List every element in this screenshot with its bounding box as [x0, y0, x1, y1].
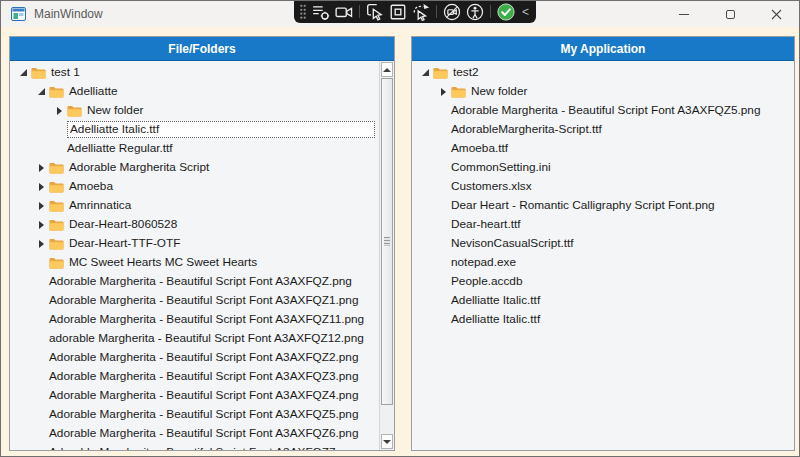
expander[interactable] — [33, 367, 49, 386]
expander[interactable] — [33, 405, 49, 424]
tree-item-label: MC Sweet Hearts MC Sweet Hearts — [69, 254, 257, 271]
minimize-button[interactable] — [661, 1, 707, 27]
tree-item[interactable]: Adelliatte Italic.ttf — [413, 291, 794, 310]
expander[interactable] — [417, 63, 433, 82]
expander[interactable] — [435, 272, 451, 291]
scrollbar-thumb[interactable] — [381, 78, 393, 405]
tree-item[interactable]: Adelliatte Italic.ttf — [11, 120, 378, 139]
expander[interactable] — [435, 291, 451, 310]
tree-item[interactable]: test 1 — [11, 63, 378, 82]
tree-item[interactable]: Adelliatte — [11, 82, 378, 101]
toolbar-collapse-chevron[interactable]: < — [520, 6, 529, 18]
folder-icon — [49, 162, 64, 174]
tree-item[interactable]: Dear-heart.ttf — [413, 215, 794, 234]
expander[interactable] — [435, 310, 451, 329]
tree-item[interactable]: Amoeba.ttf — [413, 139, 794, 158]
tree-item[interactable]: Adorable Margherita - Beautiful Script F… — [11, 272, 378, 291]
expander[interactable] — [33, 443, 49, 450]
expander[interactable] — [435, 139, 451, 158]
confirm-icon[interactable] — [497, 3, 515, 21]
tree-item[interactable]: Dear-Heart-8060528 — [11, 215, 378, 234]
expander-icon — [39, 164, 44, 172]
expander[interactable] — [435, 196, 451, 215]
pointer-icon[interactable] — [366, 3, 384, 21]
scroll-up-button[interactable] — [381, 62, 393, 77]
expander[interactable] — [33, 348, 49, 367]
expander[interactable] — [33, 253, 49, 272]
action-list-icon[interactable] — [312, 3, 330, 21]
expander[interactable] — [435, 101, 451, 120]
tree-item[interactable]: New folder — [11, 101, 378, 120]
indent — [11, 243, 33, 244]
tree-item[interactable]: Adelliatte Italic.ttf — [413, 310, 794, 329]
expander[interactable] — [51, 101, 67, 120]
tree-item-label: Dear-Heart-TTF-OTF — [69, 235, 180, 252]
expander[interactable] — [51, 139, 67, 158]
folder-icon — [49, 86, 64, 98]
expander[interactable] — [435, 253, 451, 272]
indent — [413, 243, 435, 244]
expander[interactable] — [435, 82, 451, 101]
tree-item[interactable]: NevisonCasualScript.ttf — [413, 234, 794, 253]
expander[interactable] — [15, 63, 31, 82]
expander[interactable] — [33, 234, 49, 253]
folder-icon — [49, 257, 64, 269]
expander[interactable] — [33, 310, 49, 329]
tree-item[interactable]: MC Sweet Hearts MC Sweet Hearts — [11, 253, 378, 272]
tree-item[interactable]: Adorable Margherita - Beautiful Script F… — [11, 443, 378, 450]
expander[interactable] — [435, 234, 451, 253]
expander[interactable] — [435, 177, 451, 196]
tree-item[interactable]: Amoeba — [11, 177, 378, 196]
expander[interactable] — [435, 120, 451, 139]
tree-item[interactable]: notepad.exe — [413, 253, 794, 272]
expander[interactable] — [51, 120, 67, 139]
tree-item[interactable]: Customers.xlsx — [413, 177, 794, 196]
expander[interactable] — [33, 329, 49, 348]
tree-item[interactable]: Adorable Margherita - Beautiful Script F… — [11, 424, 378, 443]
drag-handle-icon[interactable] — [299, 3, 307, 21]
scrollbar-track[interactable] — [381, 78, 393, 433]
expander[interactable] — [33, 424, 49, 443]
tree-item[interactable]: Amrinnatica — [11, 196, 378, 215]
tree-item[interactable]: Adorable Margherita - Beautiful Script F… — [11, 405, 378, 424]
expander[interactable] — [33, 177, 49, 196]
tree-item[interactable]: Adorable Margherita - Beautiful Script F… — [11, 291, 378, 310]
tree-item[interactable]: Adorable Margherita - Beautiful Script F… — [11, 386, 378, 405]
tree-item[interactable]: New folder — [413, 82, 794, 101]
camera-disabled-icon[interactable] — [443, 3, 461, 21]
expander[interactable] — [435, 215, 451, 234]
drag-path-icon[interactable] — [412, 3, 430, 21]
expander[interactable] — [33, 291, 49, 310]
tree-item[interactable]: Dear Heart - Romantic Calligraphy Script… — [413, 196, 794, 215]
files-tree: test 1 Adelliatte New folder — [10, 61, 394, 450]
accessibility-icon[interactable] — [466, 3, 484, 21]
expander[interactable] — [435, 158, 451, 177]
tree-item[interactable]: Adorable Margherita - Beautiful Script F… — [11, 367, 378, 386]
expander[interactable] — [33, 82, 49, 101]
tree-item[interactable]: CommonSetting.ini — [413, 158, 794, 177]
tree-item[interactable]: Adorable Margherita - Beautiful Script F… — [11, 348, 378, 367]
tree-item[interactable]: AdorableMargherita-Script.ttf — [413, 120, 794, 139]
tree-item-label: Adelliatte Italic.ttf — [451, 292, 540, 309]
region-capture-icon[interactable] — [389, 3, 407, 21]
expander-icon — [20, 69, 27, 76]
expander[interactable] — [33, 158, 49, 177]
vertical-scrollbar[interactable] — [379, 61, 394, 450]
maximize-button[interactable] — [707, 1, 753, 27]
scrollbar-gripper-icon — [384, 237, 390, 246]
scroll-down-button[interactable] — [381, 434, 393, 449]
tree-item[interactable]: adorable Margherita - Beautiful Script F… — [11, 329, 378, 348]
camera-icon[interactable] — [335, 3, 353, 21]
expander[interactable] — [33, 215, 49, 234]
tree-item[interactable]: Adelliatte Regular.ttf — [11, 139, 378, 158]
tree-item[interactable]: test2 — [413, 63, 794, 82]
tree-item[interactable]: Adorable Margherita - Beautiful Script F… — [11, 310, 378, 329]
expander[interactable] — [33, 196, 49, 215]
tree-item[interactable]: Adorable Margherita - Beautiful Script F… — [413, 101, 794, 120]
tree-item[interactable]: Dear-Heart-TTF-OTF — [11, 234, 378, 253]
expander[interactable] — [33, 386, 49, 405]
close-button[interactable] — [753, 1, 799, 27]
tree-item[interactable]: People.accdb — [413, 272, 794, 291]
expander[interactable] — [33, 272, 49, 291]
tree-item[interactable]: Adorable Margherita Script — [11, 158, 378, 177]
